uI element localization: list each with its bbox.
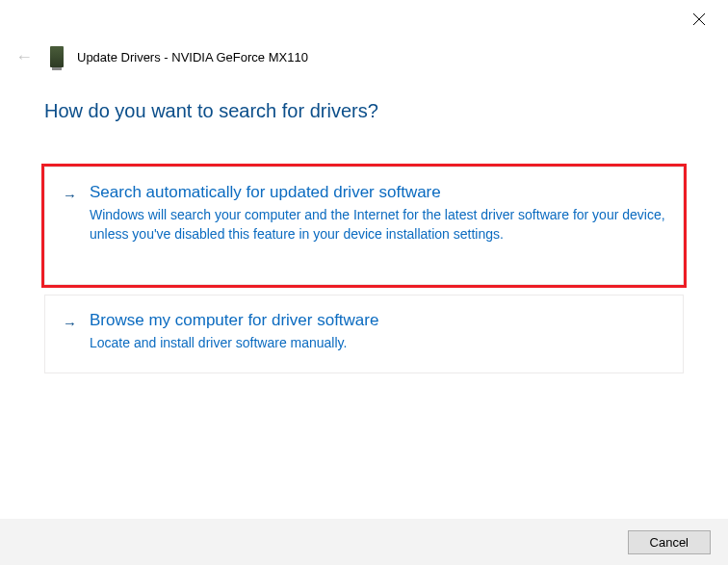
- arrow-right-icon: →: [63, 187, 77, 203]
- option-description: Windows will search your computer and th…: [90, 206, 665, 244]
- option-search-automatically[interactable]: → Search automatically for updated drive…: [44, 167, 684, 285]
- option-content: Search automatically for updated driver …: [90, 183, 665, 244]
- footer-bar: Cancel: [0, 519, 728, 565]
- cancel-button[interactable]: Cancel: [628, 530, 711, 554]
- wizard-header: ← Update Drivers - NVIDIA GeForce MX110: [0, 0, 728, 67]
- device-icon: [50, 46, 64, 67]
- close-icon: [693, 13, 705, 25]
- back-arrow-icon[interactable]: ←: [12, 47, 37, 67]
- option-browse-computer[interactable]: → Browse my computer for driver software…: [44, 295, 684, 373]
- header-title: Update Drivers - NVIDIA GeForce MX110: [77, 50, 308, 64]
- content-area: How do you want to search for drivers? →…: [0, 67, 728, 373]
- option-content: Browse my computer for driver software L…: [90, 311, 665, 353]
- option-title: Browse my computer for driver software: [90, 311, 665, 330]
- arrow-right-icon: →: [63, 315, 77, 331]
- option-title: Search automatically for updated driver …: [90, 183, 665, 202]
- close-button[interactable]: [686, 8, 713, 33]
- option-description: Locate and install driver software manua…: [90, 334, 665, 353]
- main-heading: How do you want to search for drivers?: [44, 100, 684, 122]
